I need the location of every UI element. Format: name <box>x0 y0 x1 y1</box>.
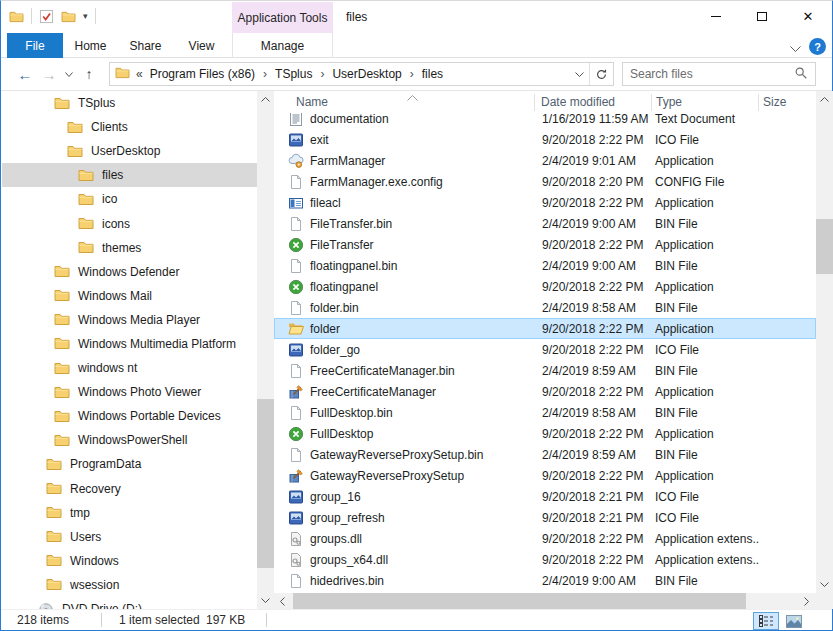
file-type-cell: Application <box>649 196 759 210</box>
file-row[interactable]: folder.bin 2/4/2019 8:58 AM BIN File <box>274 297 816 318</box>
tree-item[interactable]: wsession <box>2 573 257 597</box>
tree-item[interactable]: ProgramData <box>2 452 257 476</box>
tree-scrollbar[interactable] <box>257 91 274 609</box>
file-row[interactable]: FreeCertificateManager.bin 2/4/2019 8:59… <box>274 360 816 381</box>
scroll-up-icon[interactable] <box>816 91 833 108</box>
search-input[interactable]: Search files <box>622 62 816 86</box>
recent-locations-chevron-icon[interactable] <box>61 62 77 86</box>
column-header-type[interactable]: Type <box>656 95 682 109</box>
tree-item[interactable]: UserDesktop <box>2 139 257 163</box>
file-row[interactable]: group_refresh 9/20/2018 2:21 PM ICO File <box>274 507 816 528</box>
tree-item[interactable]: Windows Mail <box>2 284 257 308</box>
scroll-up-icon[interactable] <box>257 91 274 108</box>
column-separator[interactable] <box>651 94 652 111</box>
file-row[interactable]: FullDesktop.bin 2/4/2019 8:58 AM BIN Fil… <box>274 402 816 423</box>
breadcrumb-item[interactable]: files <box>420 67 445 81</box>
scroll-down-icon[interactable] <box>257 592 274 609</box>
help-icon[interactable]: ? <box>809 38 826 55</box>
qat-dropdown-icon[interactable]: ▾ <box>83 12 88 21</box>
details-view-button[interactable] <box>753 612 779 630</box>
tree-item[interactable]: themes <box>2 236 257 260</box>
horizontal-scrollbar-thumb[interactable] <box>293 593 746 609</box>
file-row[interactable]: exit 9/20/2018 2:22 PM ICO File <box>274 129 816 150</box>
file-row[interactable]: folder_go 9/20/2018 2:22 PM ICO File <box>274 339 816 360</box>
tree-item[interactable]: WindowsPowerShell <box>2 428 257 452</box>
tree-item[interactable]: ico <box>2 187 257 211</box>
tab-view[interactable]: View <box>173 33 230 58</box>
maximize-button[interactable] <box>739 1 785 31</box>
tree-item[interactable]: tmp <box>2 501 257 525</box>
tree-item-label: wsession <box>70 578 119 592</box>
file-row[interactable]: groups.dll 9/20/2018 2:22 PM Application… <box>274 528 816 549</box>
file-row[interactable]: FileTransfer 9/20/2018 2:22 PM Applicati… <box>274 234 816 255</box>
breadcrumb-chevron-icon[interactable]: › <box>320 67 324 81</box>
file-row[interactable]: group_16 9/20/2018 2:21 PM ICO File <box>274 486 816 507</box>
file-row[interactable]: FreeCertificateManager 9/20/2018 2:22 PM… <box>274 381 816 402</box>
folder-icon[interactable] <box>61 10 76 23</box>
up-button[interactable]: ↑ <box>77 62 101 86</box>
breadcrumb-item[interactable]: TSplus <box>273 67 314 81</box>
tree-item[interactable]: Users <box>2 525 257 549</box>
scroll-down-icon[interactable] <box>816 576 833 593</box>
minimize-button[interactable] <box>693 1 739 31</box>
forward-button[interactable]: → <box>37 62 61 86</box>
tab-manage[interactable]: Manage <box>232 33 333 58</box>
tree-item[interactable]: Windows Multimedia Platform <box>2 332 257 356</box>
breadcrumb-item[interactable]: UserDesktop <box>330 67 403 81</box>
tree-item[interactable]: TSplus <box>2 91 257 115</box>
tree-item[interactable]: files <box>2 163 257 187</box>
tree-item[interactable]: Windows Media Player <box>2 308 257 332</box>
tab-file[interactable]: File <box>7 33 63 58</box>
column-header-size[interactable]: Size <box>763 95 786 109</box>
file-row[interactable]: hidedrives.bin 2/4/2019 9:00 AM BIN File <box>274 570 816 591</box>
close-button[interactable]: ✕ <box>785 1 831 31</box>
back-button[interactable]: ← <box>13 62 37 86</box>
tree-item[interactable]: icons <box>2 211 257 235</box>
file-row[interactable]: FullDesktop 9/20/2018 2:22 PM Applicatio… <box>274 423 816 444</box>
tree-item[interactable]: Windows <box>2 549 257 573</box>
breadcrumb-chevron-icon[interactable]: › <box>410 67 414 81</box>
column-separator[interactable] <box>534 94 535 111</box>
tree-item[interactable]: Clients <box>2 115 257 139</box>
address-bar[interactable]: « Program Files (x86)›TSplus›UserDesktop… <box>109 62 614 86</box>
thumbnails-view-button[interactable] <box>781 612 807 630</box>
address-dropdown-chevron-icon[interactable] <box>569 72 589 77</box>
folder-icon[interactable] <box>9 10 24 23</box>
file-row[interactable]: FarmManager 2/4/2019 9:01 AM Application <box>274 150 816 171</box>
tree-item[interactable]: Windows Photo Viewer <box>2 380 257 404</box>
file-row[interactable]: floatingpanel 9/20/2018 2:22 PM Applicat… <box>274 276 816 297</box>
file-row[interactable]: folder 9/20/2018 2:22 PM Application <box>274 318 816 339</box>
list-scrollbar[interactable] <box>816 91 833 593</box>
collapse-ribbon-chevron-icon[interactable] <box>790 41 801 55</box>
tree-item[interactable]: Windows Defender <box>2 260 257 284</box>
column-header-date-modified[interactable]: Date modified <box>541 95 615 109</box>
file-row[interactable]: groups_x64.dll 9/20/2018 2:22 PM Applica… <box>274 549 816 570</box>
tab-share[interactable]: Share <box>118 33 173 58</box>
tree-item-label: Windows Mail <box>78 289 152 303</box>
list-scrollbar-thumb[interactable] <box>816 219 833 274</box>
horizontal-scrollbar[interactable] <box>274 593 816 609</box>
file-row[interactable]: fileacl 9/20/2018 2:22 PM Application <box>274 192 816 213</box>
tree-item[interactable]: DVD Drive (D:) <box>2 597 257 609</box>
breadcrumb-overflow[interactable]: « <box>136 67 143 81</box>
tree-item[interactable]: windows nt <box>2 356 257 380</box>
checkmark-icon[interactable] <box>39 9 54 24</box>
breadcrumb-chevron-icon[interactable]: › <box>263 67 267 81</box>
scroll-left-icon[interactable] <box>274 593 291 609</box>
file-row[interactable]: GatewayReverseProxySetup.bin 2/4/2019 8:… <box>274 444 816 465</box>
refresh-icon[interactable] <box>589 63 613 85</box>
column-header-name[interactable]: Name <box>296 95 328 109</box>
file-row[interactable]: FileTransfer.bin 2/4/2019 9:00 AM BIN Fi… <box>274 213 816 234</box>
file-row[interactable]: FarmManager.exe.config 9/20/2018 2:20 PM… <box>274 171 816 192</box>
tab-home[interactable]: Home <box>63 33 118 58</box>
search-icon[interactable] <box>794 66 808 83</box>
tree-scrollbar-thumb[interactable] <box>257 399 274 568</box>
tree-item[interactable]: Windows Portable Devices <box>2 404 257 428</box>
scroll-right-icon[interactable] <box>798 593 815 609</box>
breadcrumb-item[interactable]: Program Files (x86) <box>148 67 257 81</box>
file-row[interactable]: documentation 1/16/2019 11:59 AM Text Do… <box>274 113 816 129</box>
tree-item[interactable]: Recovery <box>2 477 257 501</box>
column-separator[interactable] <box>758 94 759 111</box>
file-row[interactable]: floatingpanel.bin 2/4/2019 9:00 AM BIN F… <box>274 255 816 276</box>
file-row[interactable]: GatewayReverseProxySetup 9/20/2018 2:22 … <box>274 465 816 486</box>
